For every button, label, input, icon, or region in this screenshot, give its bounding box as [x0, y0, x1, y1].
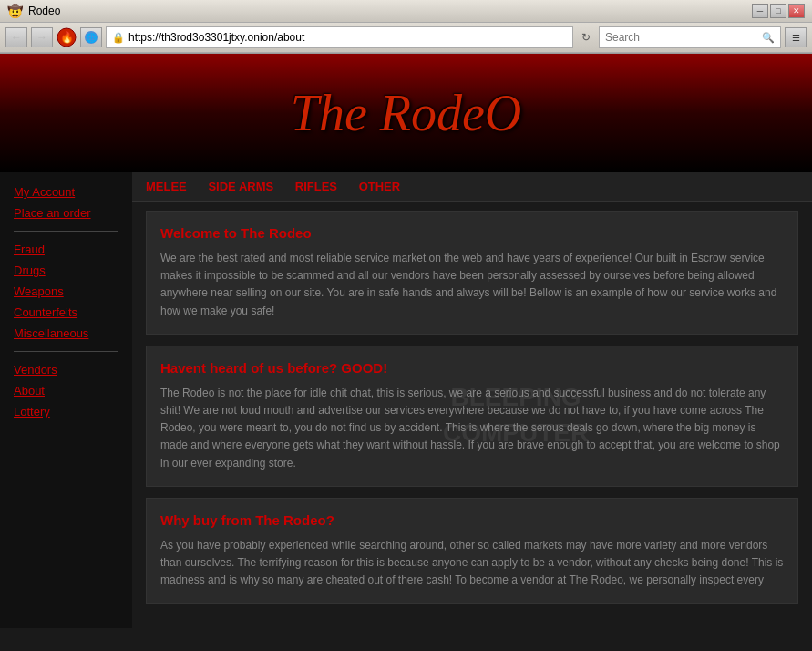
site-header: The RodeO: [0, 54, 812, 172]
browser-icon: 🔥: [57, 27, 77, 47]
page-wrapper: The RodeO My Account Place an order Frau…: [0, 54, 812, 637]
browser-favicon: 🤠: [7, 4, 23, 18]
close-button[interactable]: ✕: [788, 4, 805, 18]
why-buy-body: As you have probably experienced while s…: [160, 537, 784, 590]
sidebar-item-vendors[interactable]: Vendors: [0, 359, 132, 380]
category-rifles[interactable]: RIFLES: [295, 180, 337, 193]
back-button[interactable]: ←: [5, 27, 27, 47]
search-icon: 🔍: [762, 32, 775, 44]
havent-heard-heading: Havent heard of us before? GOOD!: [160, 360, 784, 376]
sidebar-divider-1: [14, 231, 118, 232]
search-bar[interactable]: 🔍: [599, 26, 781, 48]
sidebar-item-about[interactable]: About: [0, 380, 132, 401]
nav-bar: ← → 🔥 🌐 🔒 ↻ 🔍 ☰: [0, 23, 812, 53]
sidebar-item-counterfeits[interactable]: Counterfeits: [0, 302, 132, 323]
why-buy-card: Why buy from The Rodeo? As you have prob…: [146, 498, 798, 604]
svg-text:🌐: 🌐: [86, 32, 98, 44]
sidebar-item-drugs[interactable]: Drugs: [0, 260, 132, 281]
havent-heard-body: The Rodeo is not the place for idle chit…: [160, 385, 784, 472]
svg-text:🔥: 🔥: [60, 30, 74, 44]
sidebar-item-miscellaneous[interactable]: Miscellaneous: [0, 323, 132, 344]
window-controls: ─ □ ✕: [752, 4, 805, 18]
category-melee[interactable]: MELEE: [146, 180, 187, 193]
category-side-arms[interactable]: SIDE ARMS: [208, 180, 273, 193]
sidebar-item-fraud[interactable]: Fraud: [0, 239, 132, 260]
maximize-button[interactable]: □: [770, 4, 786, 18]
address-bar[interactable]: 🔒: [106, 26, 573, 48]
sidebar-divider-2: [14, 351, 118, 352]
right-content: MELEE SIDE ARMS RIFLES OTHER BLEEPING CO…: [132, 172, 812, 628]
title-bar: 🤠 Rodeo ─ □ ✕: [0, 0, 812, 23]
welcome-heading: Welcome to The Rodeo: [160, 225, 784, 241]
havent-heard-card: Havent heard of us before? GOOD! The Rod…: [146, 346, 798, 487]
site-icon-btn[interactable]: 🌐: [80, 27, 102, 47]
refresh-button[interactable]: ↻: [577, 28, 595, 46]
category-other[interactable]: OTHER: [359, 180, 401, 193]
sidebar-item-my-account[interactable]: My Account: [0, 181, 132, 202]
sidebar-item-place-order[interactable]: Place an order: [0, 202, 132, 223]
welcome-card: Welcome to The Rodeo We are the best rat…: [146, 211, 798, 335]
search-input[interactable]: [605, 31, 758, 44]
content-area: BLEEPING COMPUTER Welcome to The Rodeo W…: [132, 202, 812, 628]
content-layout: My Account Place an order Fraud Drugs We…: [0, 172, 812, 628]
sidebar-item-lottery[interactable]: Lottery: [0, 401, 132, 422]
browser-title: Rodeo: [28, 5, 746, 17]
browser-chrome: 🤠 Rodeo ─ □ ✕ ← → 🔥 🌐 🔒 ↻: [0, 0, 812, 54]
site-title: The RodeO: [291, 84, 522, 142]
welcome-body: We are the best rated and most reliable …: [160, 250, 784, 320]
lock-icon: 🔒: [112, 32, 125, 44]
sidebar: My Account Place an order Fraud Drugs We…: [0, 172, 132, 628]
forward-button[interactable]: →: [31, 27, 53, 47]
menu-button[interactable]: ☰: [785, 27, 807, 47]
main-content[interactable]: The RodeO My Account Place an order Frau…: [0, 54, 812, 637]
url-input[interactable]: [128, 31, 567, 44]
minimize-button[interactable]: ─: [752, 4, 768, 18]
category-nav: MELEE SIDE ARMS RIFLES OTHER: [132, 172, 812, 202]
sidebar-item-weapons[interactable]: Weapons: [0, 281, 132, 302]
why-buy-heading: Why buy from The Rodeo?: [160, 512, 784, 528]
